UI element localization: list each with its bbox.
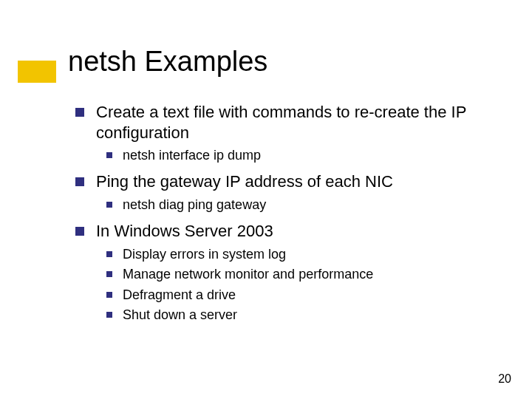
list-subitem-text: Defragment a drive	[123, 287, 489, 304]
list-item: Ping the gateway IP address of each NIC …	[75, 171, 489, 214]
slide-title: netsh Examples	[68, 46, 267, 78]
list-subitem-text: netsh interface ip dump	[123, 147, 489, 164]
list-subitem-text: Manage network monitor and performance	[123, 266, 489, 283]
list-item: In Windows Server 2003 Display errors in…	[75, 221, 489, 324]
square-bullet-icon	[106, 251, 112, 257]
list-subitem-text: Display errors in system log	[123, 246, 489, 263]
page-number: 20	[498, 372, 511, 386]
list-subitem: netsh interface ip dump	[106, 147, 489, 164]
list-subitem: Shut down a server	[106, 307, 489, 324]
list-subitem: Manage network monitor and performance	[106, 266, 489, 283]
list-subitem-text: netsh diag ping gateway	[123, 197, 489, 214]
list-item-text: In Windows Server 2003	[96, 221, 489, 242]
list-item-text: Ping the gateway IP address of each NIC	[96, 171, 489, 192]
square-bullet-icon	[106, 202, 112, 208]
square-bullet-icon	[75, 108, 84, 117]
square-bullet-icon	[75, 177, 84, 186]
square-bullet-icon	[106, 271, 112, 277]
square-bullet-icon	[106, 292, 112, 298]
square-bullet-icon	[106, 152, 112, 158]
bullet-list: Create a text file with commands to re-c…	[75, 102, 489, 331]
square-bullet-icon	[75, 227, 84, 236]
square-bullet-icon	[106, 312, 112, 318]
list-item: Create a text file with commands to re-c…	[75, 102, 489, 164]
list-subitem: Display errors in system log	[106, 246, 489, 263]
list-subitem-text: Shut down a server	[123, 307, 489, 324]
list-subitem: netsh diag ping gateway	[106, 197, 489, 214]
list-item-text: Create a text file with commands to re-c…	[96, 102, 489, 143]
list-subitem: Defragment a drive	[106, 287, 489, 304]
accent-bar	[18, 61, 56, 83]
